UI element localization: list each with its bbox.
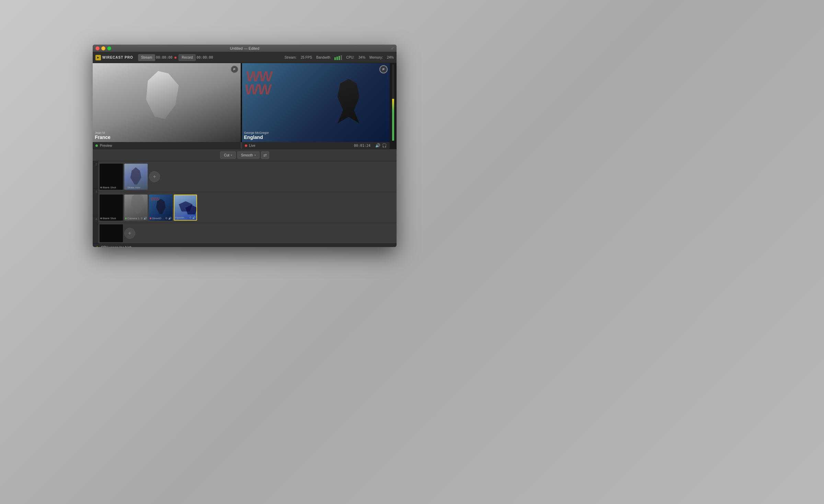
graffiti-text: WWWW — [244, 70, 272, 96]
row-numbers-col: 2 3 4 — [93, 161, 98, 244]
shot-row-2: Blank Shot Skate.mov + — [98, 161, 397, 192]
toolbar-stats: Stream: 25 FPS Bandwith CPU: 34% Memory:… — [285, 55, 394, 60]
dance-icons: ⚙ 🔊 — [165, 217, 172, 220]
blank-shot-row3-meta: Blank Shot — [100, 217, 123, 220]
smooth-label: Smooth — [241, 153, 253, 157]
fly-icons: ⚙ 🔊 — [189, 216, 196, 219]
black-bg — [100, 224, 123, 242]
preview-right-pane: WWWW P George McGregor England — [242, 63, 390, 142]
logo-area: ▶ WIRECAST PRO — [95, 55, 133, 60]
stream-stat-label: Stream: — [285, 56, 297, 59]
fly-label: FlyWithMe.m4v — [175, 216, 188, 219]
dance-meta: StreetDance.mov ⚙ 🔊 — [149, 217, 172, 220]
minimize-button[interactable] — [101, 46, 105, 50]
vol-meter-status-spacer — [390, 142, 397, 149]
blank-shot-row2-meta: Blank Shot — [100, 186, 123, 189]
skate-label: Skate.mov — [127, 186, 147, 189]
shot-row-3: Blank Shot Camera 1 ⚙ 🔊 — [98, 192, 397, 223]
status-bar-bottom: ⚠ CPU usage too high — [93, 244, 397, 247]
live-status-label: Live — [249, 144, 255, 148]
bw-bar-3 — [339, 56, 340, 60]
maximize-button[interactable] — [107, 46, 111, 50]
bw-bar-4 — [341, 55, 342, 60]
logo-icon: ▶ — [95, 55, 101, 60]
camera-audio-icon[interactable]: 🔊 — [144, 217, 147, 220]
preview-person-name: Jean M — [95, 131, 111, 134]
preview-status-label: Preview — [100, 144, 112, 148]
headphone-icon[interactable]: 🎧 — [382, 143, 387, 148]
camera-1-thumb[interactable]: Camera 1 ⚙ 🔊 — [124, 195, 148, 221]
app-window: Untitled — Edited ⤢ ▶ WIRECAST PRO Strea… — [93, 45, 397, 247]
speaker-icon[interactable]: 🔊 — [375, 143, 380, 148]
stream-button[interactable]: Stream — [138, 54, 155, 61]
fly-audio-icon[interactable]: 🔊 — [192, 216, 196, 219]
blank-shot-row3-thumb[interactable]: Blank Shot — [100, 195, 123, 221]
title-bar-buttons — [95, 46, 111, 50]
blank-shot-row2-thumb[interactable]: Blank Shot — [100, 164, 123, 190]
skate-mov-thumb[interactable]: Skate.mov — [124, 164, 148, 190]
dance-graffiti: WW — [151, 196, 159, 202]
warning-text: CPU usage too high — [101, 246, 132, 247]
dance-audio-icon[interactable]: 🔊 — [168, 217, 172, 220]
live-status-bar: Live 00:01:24 🔊 🎧 — [242, 142, 390, 149]
record-button[interactable]: Record — [179, 54, 196, 61]
record-dot — [174, 57, 176, 59]
expand-icon: ⤢ — [391, 46, 394, 50]
title-bar: Untitled — Edited ⤢ — [93, 45, 397, 52]
flywithme-thumb[interactable]: FlyWithMe.m4v ⚙ 🔊 — [174, 195, 197, 221]
audio-controls: 🔊 🎧 — [375, 143, 387, 148]
dance-label: StreetDance.mov — [152, 217, 164, 220]
record-group: Record 00:00:00 — [179, 54, 213, 61]
skate-dot — [125, 187, 127, 188]
dance-dot — [150, 218, 151, 219]
window-title: Untitled — Edited — [230, 46, 260, 50]
preview-info: Jean M France — [95, 131, 111, 140]
skate-meta: Skate.mov — [124, 186, 148, 189]
preview-status-row: Preview Live 00:01:24 🔊 🎧 — [93, 142, 397, 149]
camera-icons: ⚙ 🔊 — [140, 217, 147, 220]
swap-button[interactable]: ⇄ — [261, 151, 269, 159]
stream-group: Stream 00:00:00 — [138, 54, 172, 61]
fps-value: 25 FPS — [301, 56, 312, 59]
volume-meter: +60-4-10-20-30-40 — [390, 63, 397, 142]
skater-figure — [129, 167, 143, 185]
shots-rows: Blank Shot Skate.mov + — [98, 161, 397, 244]
streetdance-thumb[interactable]: WW StreetDance.mov ⚙ 🔊 — [149, 195, 172, 221]
preview-status-dot — [95, 144, 98, 147]
camera-meta: Camera 1 ⚙ 🔊 — [124, 217, 148, 220]
dance-settings-icon[interactable]: ⚙ — [165, 217, 168, 220]
cut-button[interactable]: Cut ▾ — [220, 151, 236, 159]
preview-person-title: France — [95, 134, 111, 140]
smooth-button[interactable]: Smooth ▾ — [237, 151, 259, 159]
close-button[interactable] — [95, 46, 100, 50]
toolbar: ▶ WIRECAST PRO Stream 00:00:00 Record 00… — [93, 52, 397, 63]
live-person-name: George McGregor — [244, 131, 269, 134]
preview-status-bar-left: Preview — [93, 142, 241, 149]
add-shot-row4-button[interactable]: + — [124, 228, 135, 239]
blank-shot-row3-label: Blank Shot — [103, 217, 122, 220]
fly-settings-icon[interactable]: ⚙ — [189, 216, 192, 219]
cut-label: Cut — [224, 153, 229, 157]
vol-bar-bg — [392, 65, 394, 141]
preview-section: P Jean M France WWWW P G — [93, 63, 397, 149]
vol-bar-fill — [392, 99, 394, 141]
row-num-2: 2 — [93, 161, 98, 189]
smooth-chevron: ▾ — [254, 154, 256, 157]
bw-bar-1 — [334, 57, 336, 60]
record-time: 00:00:00 — [196, 56, 213, 59]
blank-shot-row3-dot — [100, 218, 102, 219]
camera-settings-icon[interactable]: ⚙ — [140, 217, 143, 220]
bw-bar-2 — [336, 57, 338, 60]
shot-row-4: + — [98, 223, 397, 244]
warning-icon: ⚠ — [95, 245, 99, 247]
black-shot-thumb[interactable] — [100, 224, 123, 242]
camera-figure — [129, 195, 146, 214]
logo-text: WIRECAST PRO — [102, 56, 133, 59]
row-num-4: 4 — [93, 216, 98, 244]
bandwidth-label: Bandwith — [316, 56, 330, 59]
bandwidth-bars — [334, 55, 342, 60]
add-shot-row2-button[interactable]: + — [149, 171, 160, 182]
preview-left-pane: P Jean M France — [93, 63, 241, 142]
blank-shot-row2-dot — [100, 187, 102, 188]
preview-logo-badge: P — [230, 65, 239, 73]
